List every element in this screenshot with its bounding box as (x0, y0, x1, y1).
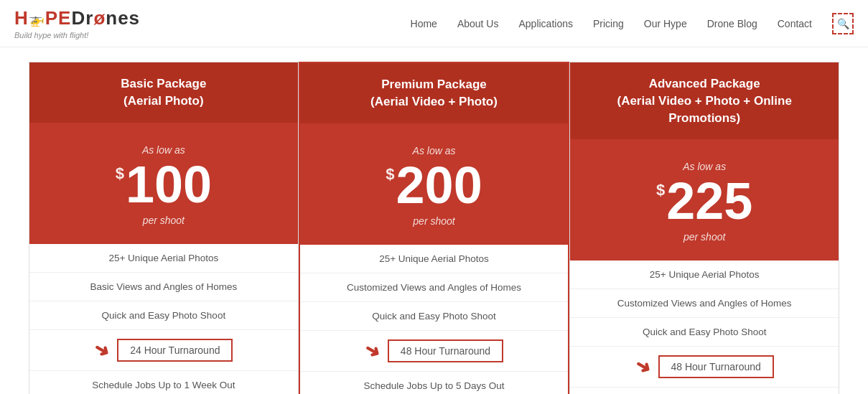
basic-feature-1: 25+ Unique Aerial Photos (29, 244, 298, 273)
basic-dollar: $ (116, 164, 124, 183)
basic-per-shoot: per shoot (44, 215, 284, 226)
advanced-dollar: $ (656, 181, 665, 200)
premium-turnaround-box: 48 Hour Turnaround (388, 339, 503, 362)
premium-feature-2: Customized Views and Angles of Homes (300, 273, 569, 302)
premium-price: 200 (396, 159, 482, 211)
advanced-as-low-as: As low as (584, 161, 824, 172)
advanced-package-header: Advanced Package(Aerial Video + Photo + … (570, 62, 839, 139)
logo-hype: H🚁PE (14, 7, 71, 29)
basic-as-low-as: As low as (44, 144, 284, 156)
premium-turnaround-row: ➜ 48 Hour Turnaround (300, 331, 569, 372)
premium-price-row: $ 200 (314, 159, 554, 211)
basic-package-name: Basic Package(Aerial Photo) (44, 75, 284, 110)
basic-turnaround-box: 24 Hour Turnaround (117, 339, 233, 362)
logo-drones: Drønes (71, 7, 140, 29)
pricing-section: Basic Package(Aerial Photo) As low as $ … (0, 47, 868, 394)
main-nav: Home About Us Applications Pricing Our H… (411, 13, 854, 34)
logo-tagline: Build hype with flight! (14, 31, 140, 39)
search-button[interactable]: 🔍 (832, 13, 854, 34)
premium-package-name: Premium Package(Aerial Video + Photo) (314, 76, 554, 111)
advanced-price-row: $ 225 (584, 175, 824, 227)
premium-feature-3: Quick and Easy Photo Shoot (300, 302, 569, 331)
advanced-feature-3: Quick and Easy Photo Shoot (570, 318, 839, 347)
advanced-price-area: As low as $ 225 per shoot (570, 139, 839, 261)
basic-arrow-icon: ➜ (90, 338, 113, 362)
premium-per-shoot: per shoot (314, 215, 554, 227)
basic-feature-5: Schedule Jobs Up to 1 Week Out (29, 371, 298, 394)
basic-feature-2: Basic Views and Angles of Homes (29, 273, 298, 301)
premium-package-card: Premium Package(Aerial Video + Photo) As… (299, 62, 570, 394)
basic-package-card: Basic Package(Aerial Photo) As low as $ … (29, 62, 299, 394)
premium-feature-5: Schedule Jobs Up to 5 Days Out (300, 372, 569, 394)
premium-feature-1: 25+ Unique Aerial Photos (300, 245, 569, 273)
advanced-turnaround-row: ➜ 48 Hour Turnaround (570, 347, 839, 388)
header: H🚁PEDrønes Build hype with flight! Home … (0, 0, 868, 47)
nav-about[interactable]: About Us (457, 18, 499, 29)
advanced-package-card: Advanced Package(Aerial Video + Photo + … (569, 62, 839, 394)
advanced-feature-1: 25+ Unique Aerial Photos (570, 261, 839, 289)
nav-contact[interactable]: Contact (778, 18, 812, 29)
advanced-feature-2: Customized Views and Angles of Homes (570, 289, 839, 318)
advanced-per-shoot: per shoot (584, 231, 824, 243)
nav-home[interactable]: Home (411, 18, 437, 29)
advanced-turnaround-box: 48 Hour Turnaround (658, 355, 774, 378)
logo-area: H🚁PEDrønes Build hype with flight! (14, 7, 140, 39)
premium-as-low-as: As low as (314, 145, 554, 156)
basic-feature-3: Quick and Easy Photo Shoot (29, 301, 298, 330)
premium-price-area: As low as $ 200 per shoot (300, 123, 569, 245)
nav-blog[interactable]: Drone Blog (707, 18, 757, 29)
advanced-arrow-icon: ➜ (631, 355, 654, 380)
nav-applications[interactable]: Applications (518, 18, 573, 29)
basic-turnaround-row: ➜ 24 Hour Turnaround (29, 330, 298, 371)
basic-price-area: As low as $ 100 per shoot (29, 123, 298, 244)
premium-arrow-icon: ➜ (361, 339, 384, 363)
premium-dollar: $ (386, 165, 394, 184)
nav-hype[interactable]: Our Hype (644, 18, 687, 29)
premium-package-header: Premium Package(Aerial Video + Photo) (300, 63, 569, 123)
advanced-package-name: Advanced Package(Aerial Video + Photo + … (584, 75, 824, 126)
basic-price: 100 (126, 159, 212, 210)
logo: H🚁PEDrønes (14, 7, 140, 29)
advanced-price: 225 (666, 175, 752, 227)
basic-price-row: $ 100 (44, 159, 284, 210)
basic-package-header: Basic Package(Aerial Photo) (29, 62, 298, 123)
advanced-feature-5: Schedule Jobs Up to 3 Days Out (570, 388, 839, 394)
nav-pricing[interactable]: Pricing (593, 18, 624, 29)
